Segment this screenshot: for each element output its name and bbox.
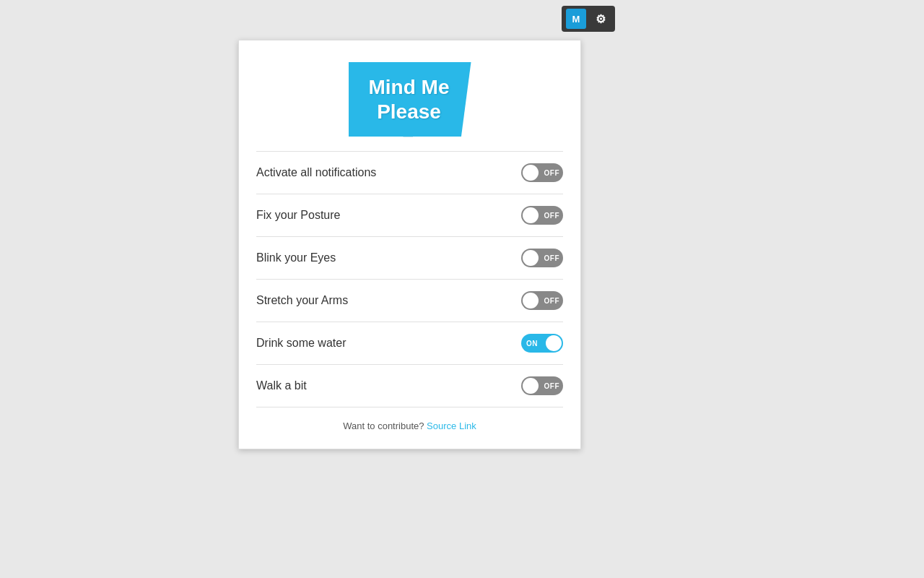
toggle-knob-walk-bit (523, 378, 539, 394)
setting-row-blink-eyes: Blink your EyesOFF (256, 237, 563, 280)
popup-panel: Mind Me Please Activate all notification… (238, 40, 581, 449)
setting-row-fix-posture: Fix your PostureOFF (256, 194, 563, 237)
logo-area: Mind Me Please (239, 40, 580, 151)
toggle-state-label-drink-water: ON (526, 340, 538, 348)
toggle-knob-stretch-arms (523, 293, 539, 309)
setting-row-activate-all: Activate all notificationsOFF (256, 152, 563, 194)
setting-label-drink-water: Drink some water (256, 337, 346, 350)
logo-text: Mind Me Please (369, 75, 450, 124)
setting-row-walk-bit: Walk a bitOFF (256, 365, 563, 407)
setting-row-drink-water: Drink some waterON (256, 322, 563, 365)
setting-row-stretch-arms: Stretch your ArmsOFF (256, 280, 563, 322)
toggle-state-label-walk-bit: OFF (544, 382, 560, 390)
toggle-state-label-fix-posture: OFF (544, 212, 560, 220)
setting-label-fix-posture: Fix your Posture (256, 209, 340, 222)
logo-shape: Mind Me Please (349, 62, 471, 137)
toggle-fix-posture[interactable]: OFF (521, 206, 563, 225)
setting-label-stretch-arms: Stretch your Arms (256, 294, 348, 307)
logo-banner: Mind Me Please (349, 62, 471, 137)
mind-me-extension-icon[interactable]: M (566, 9, 586, 29)
settings-list: Activate all notificationsOFFFix your Po… (256, 152, 563, 407)
toggle-state-label-activate-all: OFF (544, 169, 560, 177)
toggle-state-label-blink-eyes: OFF (544, 254, 560, 262)
toggle-activate-all[interactable]: OFF (521, 163, 563, 182)
toggle-drink-water[interactable]: ON (521, 334, 563, 353)
toggle-state-label-stretch-arms: OFF (544, 297, 560, 305)
footer: Want to contribute? Source Link (239, 407, 580, 431)
toggle-knob-drink-water (546, 335, 562, 351)
toggle-walk-bit[interactable]: OFF (521, 376, 563, 395)
extensions-puzzle-icon[interactable]: ⚙ (590, 9, 611, 29)
extension-toolbar: M ⚙ (562, 6, 615, 32)
m-icon-label: M (572, 14, 580, 25)
logo-line1: Mind Me (369, 76, 450, 98)
setting-label-blink-eyes: Blink your Eyes (256, 251, 336, 264)
logo-line2: Please (377, 100, 441, 123)
setting-label-walk-bit: Walk a bit (256, 379, 307, 392)
toggle-stretch-arms[interactable]: OFF (521, 291, 563, 310)
setting-label-activate-all: Activate all notifications (256, 166, 376, 179)
toggle-knob-fix-posture (523, 207, 539, 223)
toggle-knob-blink-eyes (523, 250, 539, 266)
toggle-blink-eyes[interactable]: OFF (521, 249, 563, 267)
footer-text: Want to contribute? (343, 420, 424, 431)
source-link[interactable]: Source Link (427, 420, 476, 431)
toggle-knob-activate-all (523, 165, 539, 181)
